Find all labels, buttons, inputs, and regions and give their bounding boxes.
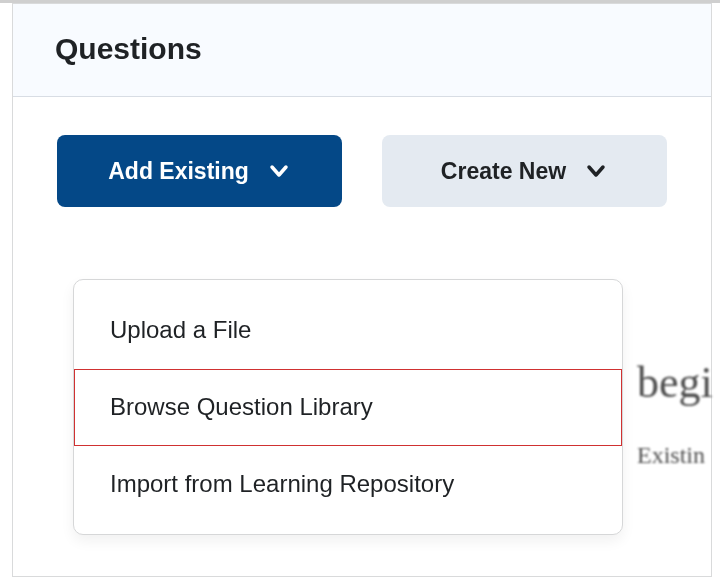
add-existing-dropdown: Upload a File Browse Question Library Im…	[73, 279, 623, 535]
add-existing-label: Add Existing	[108, 158, 249, 185]
background-text-fragment: Existin	[637, 442, 705, 469]
chevron-down-icon	[584, 159, 608, 183]
chevron-down-icon	[267, 159, 291, 183]
toolbar: Add Existing Create New	[13, 97, 711, 207]
dropdown-item-label: Import from Learning Repository	[110, 470, 454, 497]
viewport: Questions Add Existing Create New begi E…	[0, 0, 720, 586]
dropdown-item-upload-file[interactable]: Upload a File	[74, 292, 622, 369]
create-new-label: Create New	[441, 158, 566, 185]
dropdown-item-browse-question-library[interactable]: Browse Question Library	[74, 369, 622, 446]
dropdown-item-import-learning-repository[interactable]: Import from Learning Repository	[74, 446, 622, 523]
questions-panel: Questions Add Existing Create New begi E…	[12, 3, 712, 577]
background-text-fragment: begi	[637, 357, 713, 408]
add-existing-button[interactable]: Add Existing	[57, 135, 342, 207]
dropdown-item-label: Browse Question Library	[110, 393, 373, 420]
section-header: Questions	[13, 4, 711, 97]
section-title: Questions	[55, 32, 202, 65]
dropdown-item-label: Upload a File	[110, 316, 251, 343]
create-new-button[interactable]: Create New	[382, 135, 667, 207]
